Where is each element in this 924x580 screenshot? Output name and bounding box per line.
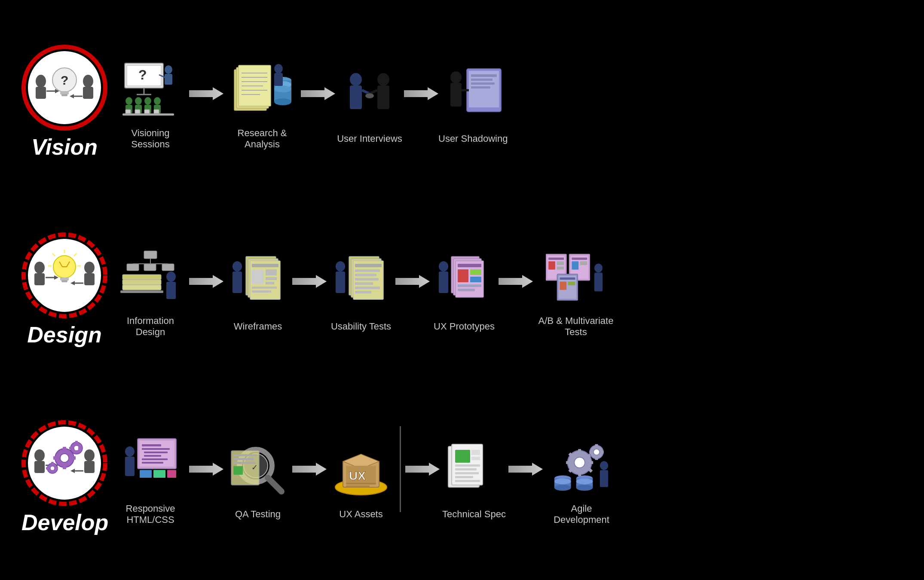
svg-rect-110 [252,264,278,267]
svg-rect-170 [84,461,95,473]
svg-rect-73 [34,273,45,285]
svg-point-67 [450,71,462,83]
research-analysis-step: Research & Analysis [223,55,301,150]
svg-point-256 [600,461,608,470]
svg-rect-152 [572,261,578,269]
svg-rect-126 [355,278,379,281]
svg-rect-94 [144,264,156,271]
agile-development-label: Agile Development [543,503,620,525]
svg-rect-190 [125,457,135,476]
svg-line-205 [268,478,281,491]
wireframes-icon [223,248,292,317]
svg-rect-51 [274,73,283,86]
svg-rect-114 [266,282,274,284]
svg-rect-68 [450,83,462,107]
arrow-6 [395,273,430,290]
develop-label: Develop [21,510,107,535]
usability-tests-step: Usability Tests [327,248,395,332]
user-interviews-label: User Interviews [337,133,402,144]
svg-rect-147 [557,261,564,265]
user-shadowing-icon [439,60,508,129]
svg-rect-158 [568,281,575,285]
svg-point-189 [125,446,135,457]
svg-rect-9 [83,87,93,99]
svg-point-233 [574,457,585,468]
vision-steps: ? [112,55,907,150]
svg-rect-219 [346,485,370,487]
svg-point-72 [34,262,45,274]
svg-point-78 [84,262,95,274]
arrow-8 [189,461,223,478]
svg-rect-198 [142,462,163,464]
svg-point-159 [594,263,603,272]
svg-rect-146 [548,261,555,269]
svg-rect-91 [144,251,157,259]
svg-rect-245 [595,456,598,460]
svg-point-47 [274,98,291,105]
information-design-step: Information Design [112,242,189,338]
svg-point-53 [350,73,362,86]
svg-rect-32 [135,110,140,113]
svg-rect-186 [51,470,54,473]
svg-text:?: ? [61,73,68,87]
svg-rect-84 [60,278,69,281]
svg-rect-145 [548,257,564,259]
user-interviews-icon [335,60,404,129]
svg-marker-130 [395,275,430,288]
svg-rect-179 [75,441,78,444]
svg-rect-194 [142,448,170,450]
arrow-9 [292,461,327,478]
usability-tests-label: Usability Tests [331,321,391,332]
responsive-html-icon [116,430,185,499]
svg-point-163 [34,449,45,461]
ab-multivariate-step: A/B & Multivariate Tests [533,242,619,338]
svg-point-22 [125,97,132,105]
svg-marker-202 [189,463,223,476]
svg-marker-52 [301,87,335,100]
svg-rect-93 [127,264,139,271]
svg-point-255 [576,478,593,484]
svg-point-254 [576,485,593,491]
design-icon [21,232,107,318]
svg-rect-230 [455,480,480,482]
user-interviews-step: User Interviews [335,60,404,144]
design-row: Design [0,201,924,380]
ux-prototypes-label: UX Prototypes [434,321,495,332]
arrow-3 [404,85,438,102]
svg-rect-225 [471,457,480,460]
svg-point-101 [166,272,176,282]
svg-rect-13 [61,94,67,96]
svg-rect-20 [165,74,172,85]
vision-phase-wrapper: ? Vision [17,45,112,160]
svg-point-184 [50,466,55,470]
svg-rect-65 [471,82,495,85]
responsive-html-step: Responsive HTML/CSS [112,430,189,525]
svg-rect-100 [122,285,161,290]
research-analysis-label: Research & Analysis [223,128,301,150]
svg-rect-140 [458,284,481,287]
user-shadowing-label: User Shadowing [438,133,508,144]
svg-rect-129 [355,291,371,293]
svg-rect-176 [71,456,76,460]
research-analysis-icon [228,55,297,123]
technical-spec-step: Technical Spec [440,436,508,520]
arrow-4 [189,273,223,290]
ux-prototypes-icon [430,248,499,317]
svg-rect-234 [578,449,581,454]
svg-point-56 [377,73,389,86]
arrow-2 [301,85,335,102]
ab-multivariate-label: A/B & Multivariate Tests [533,315,619,338]
svg-rect-113 [266,277,277,280]
agile-development-step: Agile Development [543,430,620,525]
svg-rect-63 [471,74,497,77]
svg-rect-196 [144,455,161,457]
arrow-11 [508,461,543,478]
svg-rect-174 [63,465,66,469]
svg-marker-220 [405,463,440,476]
svg-rect-235 [578,471,581,476]
svg-rect-199 [140,470,152,478]
svg-rect-111 [252,269,264,284]
svg-rect-99 [122,280,161,285]
svg-rect-95 [162,264,174,271]
svg-rect-64 [471,79,493,81]
